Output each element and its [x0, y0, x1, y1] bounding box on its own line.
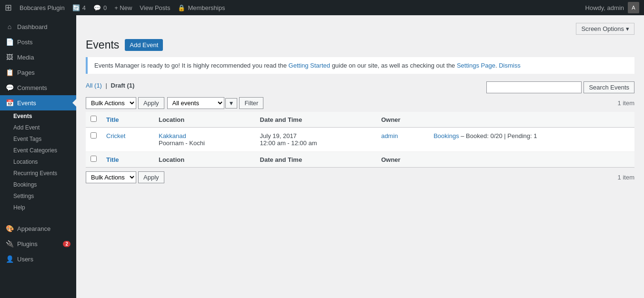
bookings-link[interactable]: Bookings — [433, 132, 459, 139]
getting-started-link[interactable]: Getting Started — [289, 62, 330, 69]
select-all-checkbox-bottom[interactable] — [91, 156, 97, 162]
all-count: (1) — [94, 82, 102, 89]
page-header: Events Add Event — [86, 39, 634, 51]
plugins-icon: 🔌 — [6, 240, 13, 248]
sidebar-label-plugins: Plugins — [17, 240, 38, 248]
adminbar-memberships[interactable]: 🔒 Memberships — [178, 4, 225, 11]
sidebar-item-plugins[interactable]: 🔌 Plugins 2 — [0, 236, 76, 251]
funnel-button[interactable]: ▼ — [225, 98, 238, 109]
events-submenu: Events Add Event Event Tags Event Catego… — [0, 110, 76, 213]
item-count-bottom: 1 item — [618, 174, 634, 181]
search-area: Search Events — [486, 81, 634, 93]
filter-button[interactable]: Filter — [239, 97, 263, 109]
tfoot-checkbox — [86, 152, 101, 168]
events-table-wrap: Title Location Date and Time Owner — [86, 112, 634, 168]
row-bookings-cell: Bookings – Booked: 0/20 | Pending: 1 — [429, 128, 634, 152]
bulk-actions-select-top[interactable]: Bulk Actions — [86, 97, 136, 109]
apply-button-top[interactable]: Apply — [138, 97, 164, 109]
new-label: + New — [114, 4, 132, 11]
submenu-item-events[interactable]: Events — [0, 110, 76, 122]
adminbar-view-posts[interactable]: View Posts — [140, 4, 170, 11]
dashboard-icon: ⌂ — [6, 23, 13, 30]
settings-page-link[interactable]: Settings Page — [457, 62, 495, 69]
dismiss-link[interactable]: Dismiss — [499, 62, 521, 69]
events-icon: 📅 — [6, 99, 13, 107]
adminbar-right: Howdy, admin A — [585, 2, 639, 13]
sidebar: ⌂ Dashboard 📄 Posts 🖼 Media 📋 Pages 💬 Co… — [0, 15, 76, 298]
th-actions — [429, 112, 634, 128]
screen-options-label: Screen Options — [581, 25, 624, 32]
th-owner: Owner — [376, 112, 429, 128]
screen-options-bar: Screen Options ▾ — [86, 23, 634, 35]
tablenav-bottom: Bulk Actions Apply 1 item — [86, 171, 634, 183]
row-date-cell: July 19, 2017 12:00 am - 12:00 am — [255, 128, 377, 152]
main-content: Screen Options ▾ Events Add Event Events… — [76, 15, 644, 298]
title-sort-link[interactable]: Title — [106, 116, 119, 123]
event-location-sub: Poornam - Kochi — [159, 139, 205, 147]
add-event-button[interactable]: Add Event — [125, 39, 163, 51]
view-links: All (1) | Draft (1) — [86, 82, 134, 89]
media-icon: 🖼 — [6, 53, 13, 61]
search-events-input[interactable] — [486, 81, 582, 93]
screen-options-arrow: ▾ — [626, 25, 629, 32]
sidebar-item-appearance[interactable]: 🎨 Appearance — [0, 221, 76, 236]
notice-text-before: Events Manager is ready to go! It is hig… — [94, 62, 289, 69]
sidebar-item-comments[interactable]: 💬 Comments — [0, 80, 76, 95]
users-icon: 👤 — [6, 255, 13, 263]
row-checkbox[interactable] — [91, 132, 97, 139]
sidebar-item-media[interactable]: 🖼 Media — [0, 50, 76, 65]
notice-text-middle: guide on our site, as well as checking o… — [330, 62, 457, 69]
sidebar-item-users[interactable]: 👤 Users — [0, 251, 76, 267]
row-title-cell: Cricket — [101, 128, 154, 152]
submenu-item-event-categories[interactable]: Event Categories — [0, 145, 76, 156]
submenu-item-event-tags[interactable]: Event Tags — [0, 133, 76, 145]
sidebar-label-posts: Posts — [17, 39, 33, 46]
all-events-select[interactable]: All events — [167, 97, 224, 109]
adminbar-site-name[interactable]: Bobcares Plugin — [20, 4, 65, 11]
event-location-link[interactable]: Kakkanad — [159, 132, 186, 139]
sidebar-item-pages[interactable]: 📋 Pages — [0, 65, 76, 80]
table-footer: Title Location Date and Time Owner — [86, 152, 634, 168]
submenu-item-bookings[interactable]: Bookings — [0, 179, 76, 190]
bookings-info: – Booked: 0/20 | Pending: 1 — [461, 132, 537, 139]
table-header: Title Location Date and Time Owner — [86, 112, 634, 128]
posts-icon: 📄 — [6, 38, 13, 46]
sidebar-item-dashboard[interactable]: ⌂ Dashboard — [0, 19, 76, 34]
th-checkbox — [86, 112, 101, 128]
submenu-item-add-event[interactable]: Add Event — [0, 122, 76, 133]
th-date-time: Date and Time — [255, 112, 377, 128]
search-events-button[interactable]: Search Events — [584, 81, 634, 93]
select-all-checkbox-top[interactable] — [91, 116, 97, 122]
adminbar-updates[interactable]: 🔄 4 — [72, 4, 86, 11]
row-location-cell: Kakkanad Poornam - Kochi — [154, 128, 255, 152]
adminbar-new[interactable]: + New — [114, 4, 132, 11]
apply-button-bottom[interactable]: Apply — [138, 171, 164, 183]
draft-filter-current: Draft (1) — [111, 82, 135, 89]
sidebar-label-dashboard: Dashboard — [17, 23, 48, 30]
submenu-item-locations[interactable]: Locations — [0, 156, 76, 168]
comments-icon: 💬 — [93, 4, 101, 11]
event-title-link[interactable]: Cricket — [106, 132, 125, 139]
all-events-link[interactable]: All (1) — [86, 82, 102, 89]
comments-count: 0 — [103, 4, 107, 11]
th-title: Title — [101, 112, 154, 128]
pages-icon: 📋 — [6, 69, 13, 76]
screen-options-button[interactable]: Screen Options ▾ — [576, 23, 634, 35]
memberships-label: Memberships — [188, 4, 225, 11]
sidebar-label-users: Users — [17, 256, 33, 263]
tfoot-title-sort-link[interactable]: Title — [106, 156, 119, 163]
event-date: July 19, 2017 — [260, 132, 297, 139]
submenu-item-help[interactable]: Help — [0, 202, 76, 213]
submenu-item-recurring-events[interactable]: Recurring Events — [0, 168, 76, 179]
event-owner-link[interactable]: admin — [381, 132, 398, 139]
event-time: 12:00 am - 12:00 am — [260, 139, 317, 147]
sidebar-item-posts[interactable]: 📄 Posts — [0, 34, 76, 50]
events-table: Title Location Date and Time Owner — [86, 112, 634, 168]
bulk-actions-select-bottom[interactable]: Bulk Actions — [86, 171, 136, 183]
adminbar-logo[interactable]: ⊞ — [5, 2, 12, 13]
adminbar-comments[interactable]: 💬 0 — [93, 4, 107, 11]
draft-count: (1) — [127, 82, 135, 89]
sidebar-item-events[interactable]: 📅 Events — [0, 95, 76, 110]
view-posts-label: View Posts — [140, 4, 170, 11]
submenu-item-settings[interactable]: Settings — [0, 190, 76, 202]
